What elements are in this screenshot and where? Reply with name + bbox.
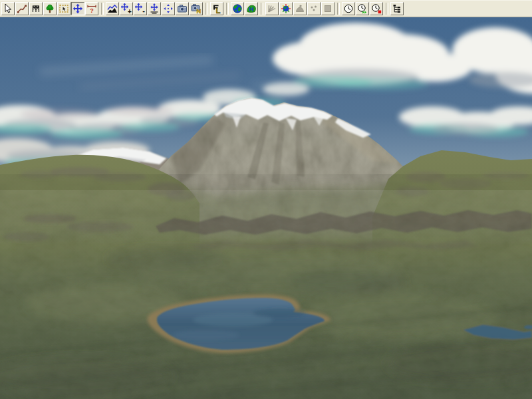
fly-faster-button[interactable]: +: [120, 2, 133, 15]
dots-icon: [309, 3, 319, 14]
fly-slower-button[interactable]: -: [134, 2, 147, 15]
maintain-height-button[interactable]: [148, 2, 161, 15]
terrain-viewer-window: ? + -: [0, 0, 532, 399]
svg-text:?: ?: [90, 7, 94, 14]
unfold-tool-button[interactable]: [265, 2, 279, 15]
time-faster-button[interactable]: [356, 2, 369, 15]
measure-distance-button[interactable]: ?: [85, 2, 98, 15]
dome-icon: [295, 3, 305, 14]
scatter-tool-button[interactable]: [307, 2, 321, 15]
route-tool-button[interactable]: [15, 2, 29, 15]
clock-stop-icon: [371, 3, 382, 14]
toolbar-separator: [386, 3, 388, 15]
select-button[interactable]: [1, 2, 15, 15]
globe-icon: [232, 3, 243, 14]
svg-text:N: N: [197, 7, 201, 14]
cursor-arrow-icon: [3, 3, 13, 14]
hierarchy-icon: [392, 3, 402, 14]
terrain-view-button[interactable]: H: [245, 2, 258, 15]
route-line-icon: [17, 3, 27, 14]
ruler-question-icon: ?: [86, 3, 97, 14]
earth-view-button[interactable]: [231, 2, 244, 15]
toolbar-separator: [337, 3, 340, 15]
clock-icon: [343, 3, 354, 14]
profile-graph-icon: [107, 3, 118, 14]
toolbar-separator: [205, 3, 208, 15]
svg-text:L: L: [216, 7, 221, 15]
snapshot-button[interactable]: [176, 2, 189, 15]
fence-tool-button[interactable]: [29, 2, 43, 15]
camera-n-icon: N: [191, 3, 201, 14]
time-dialog-button[interactable]: [342, 2, 355, 15]
toolbar-separator: [261, 3, 263, 15]
four-way-arrow-ground-icon: [149, 3, 160, 14]
terrain-h-icon: H: [246, 3, 257, 14]
svg-text:+: +: [128, 8, 132, 15]
svg-text:H: H: [249, 5, 254, 13]
toolbar-separator: [101, 3, 104, 15]
four-way-arrow-minus-icon: -: [135, 3, 146, 14]
terrain-3d-viewport[interactable]: [0, 17, 532, 399]
plant-tree-button[interactable]: [43, 2, 57, 15]
camera-icon: [177, 3, 188, 14]
elevation-profile-button[interactable]: [106, 2, 119, 15]
velocity-button[interactable]: [162, 2, 175, 15]
numbered-snapshot-button[interactable]: N: [190, 2, 203, 15]
scene-layers-button[interactable]: L: [210, 2, 223, 15]
navigate-button[interactable]: [71, 2, 84, 15]
scene-graph-button[interactable]: [390, 2, 404, 15]
fan-rays-icon: [267, 3, 277, 14]
main-toolbar: ? + -: [0, 0, 532, 17]
dashed-selection-box-icon: [59, 3, 69, 14]
layers-l-icon: L: [211, 3, 222, 14]
clock-play-icon: [357, 3, 368, 14]
toolbar-separator: [226, 3, 229, 15]
dome-tool-button[interactable]: [293, 2, 307, 15]
move-selection-button[interactable]: [57, 2, 70, 15]
globe-axes-icon: [281, 3, 291, 14]
small-arrows-icon: [163, 3, 174, 14]
spin-globe-button[interactable]: [279, 2, 293, 15]
four-way-arrow-icon: [72, 3, 83, 14]
svg-text:-: -: [142, 7, 145, 14]
time-stop-button[interactable]: [370, 2, 383, 15]
four-way-arrow-plus-icon: +: [121, 3, 132, 14]
terrain-render: [0, 17, 532, 399]
area-tool-button[interactable]: [321, 2, 334, 15]
gray-square-icon: [323, 3, 333, 14]
fence-icon: [31, 3, 41, 14]
tree-icon: [45, 3, 55, 14]
